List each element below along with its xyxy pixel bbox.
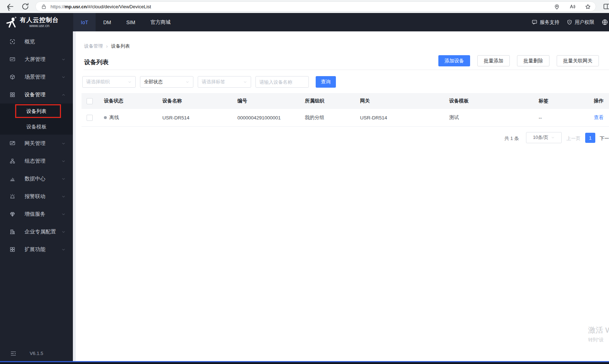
chevron-down-icon xyxy=(61,159,66,163)
gateway-chart-icon xyxy=(9,140,16,146)
sidebar-item-data-center[interactable]: 数据中心 xyxy=(0,170,73,188)
next-page-button[interactable]: 下一页 xyxy=(600,135,609,142)
col-header-tag: 标签 xyxy=(536,98,591,104)
table-header-row: 设备状态 设备名称 编号 所属组织 网关 设备模板 标签 操作 xyxy=(82,93,609,109)
top-nav: IoT DM SIM 官方商城 xyxy=(73,13,178,31)
big-screen-icon xyxy=(9,56,16,62)
device-org-cell: 我的分组 xyxy=(302,114,357,121)
offline-status-dot xyxy=(104,116,107,119)
siren-icon xyxy=(9,193,16,199)
device-status-cell: 离线 xyxy=(101,114,159,121)
device-table: 设备状态 设备名称 编号 所属组织 网关 设备模板 标签 操作 离线 USR-D… xyxy=(82,93,609,127)
sidebar-item-value-added[interactable]: 增值服务 xyxy=(0,205,73,223)
chevron-down-icon xyxy=(61,194,66,199)
favorite-star-icon[interactable] xyxy=(584,3,591,10)
page-title: 设备列表 xyxy=(84,58,109,66)
tag-select[interactable]: 请选择标签 xyxy=(198,76,251,88)
logo-subtitle: www.usr.cn xyxy=(20,23,59,28)
breadcrumb: 设备管理 › 设备列表 xyxy=(84,43,130,49)
sidebar-footer: V6.1.5 xyxy=(0,350,73,358)
page-1-button[interactable]: 1 xyxy=(585,133,595,143)
sidebar-item-alarm-linkage[interactable]: 报警联动 xyxy=(0,188,73,205)
breadcrumb-device-list: 设备列表 xyxy=(111,43,130,49)
sidebar-item-overview[interactable]: 概览 xyxy=(0,33,73,51)
chevron-down-icon xyxy=(61,177,66,181)
page-size-select[interactable]: 10条/页 xyxy=(526,132,562,143)
gem-icon xyxy=(9,211,16,217)
read-aloud-icon[interactable] xyxy=(569,3,576,10)
chevron-up-icon xyxy=(61,93,66,97)
sidebar-item-screen-mgmt[interactable]: 大屏管理 xyxy=(0,51,73,68)
sidebar-item-gateway-mgmt[interactable]: 网关管理 xyxy=(0,135,73,152)
apps-grid-icon xyxy=(9,246,16,253)
browser-toolbar: https://mp.usr.cn/#/cloud/device/ViewDev… xyxy=(0,0,609,13)
sidebar: 概览 大屏管理 场景管理 设备管理 设备列表 设备模板 xyxy=(0,31,73,361)
chevron-down-icon xyxy=(61,75,66,79)
sidebar-item-device-template[interactable]: 设备模板 xyxy=(0,119,73,135)
status-select[interactable]: 全部状态 xyxy=(140,76,193,88)
chevron-down-icon xyxy=(551,136,555,140)
tab-iot[interactable]: IoT xyxy=(73,13,96,31)
sidebar-item-device-mgmt[interactable]: 设备管理 xyxy=(0,86,73,104)
prev-page-button[interactable]: 上一页 xyxy=(566,135,580,142)
usr-person-icon xyxy=(5,16,17,28)
device-code-cell: 0000004291000001 xyxy=(235,115,302,120)
batch-delete-button[interactable]: 批量删除 xyxy=(517,55,549,66)
sidebar-item-enterprise-config[interactable]: 企业专属配置 xyxy=(0,223,73,241)
device-name-input[interactable] xyxy=(255,76,309,88)
sidebar-item-device-list[interactable]: 设备列表 xyxy=(0,104,73,119)
sidebar-item-scada-mgmt[interactable]: 组态管理 xyxy=(0,152,73,170)
activation-watermark: 激活 W 转到“设 xyxy=(588,325,609,343)
device-template-cell: 测试 xyxy=(446,114,536,121)
table-row: 离线 USR-DR514 0000004291000001 我的分组 USR-D… xyxy=(82,109,609,127)
breadcrumb-separator-icon: › xyxy=(106,43,108,49)
screen: https://mp.usr.cn/#/cloud/device/ViewDev… xyxy=(0,0,609,364)
tab-sim[interactable]: SIM xyxy=(119,13,143,31)
logo-title: 有人云控制台 xyxy=(20,17,59,23)
chevron-down-icon xyxy=(128,80,132,84)
col-header-gateway: 网关 xyxy=(357,98,446,104)
building-icon xyxy=(9,229,16,235)
url-text: https://mp.usr.cn/#/cloud/device/ViewDev… xyxy=(51,4,151,9)
batch-add-button[interactable]: 批量添加 xyxy=(477,55,510,66)
user-permissions[interactable]: 用户权限 xyxy=(566,19,594,26)
tab-official-store[interactable]: 官方商城 xyxy=(143,13,178,31)
service-support[interactable]: 服务支持 xyxy=(531,19,559,26)
device-grid-icon xyxy=(9,92,16,98)
action-buttons: 添加设备 批量添加 批量删除 批量关联网关 xyxy=(438,55,599,66)
breadcrumb-device-mgmt[interactable]: 设备管理 xyxy=(84,43,103,49)
shield-icon xyxy=(566,19,573,25)
back-icon[interactable] xyxy=(6,2,14,11)
select-all-checkbox[interactable] xyxy=(87,98,93,104)
col-header-code: 编号 xyxy=(235,98,302,104)
col-header-template: 设备模板 xyxy=(446,98,536,104)
split-screen-icon[interactable] xyxy=(603,3,609,10)
search-button[interactable]: 查询 xyxy=(316,76,336,88)
view-link[interactable]: 查看 xyxy=(594,114,604,121)
org-chart-icon xyxy=(9,158,16,164)
tab-dm[interactable]: DM xyxy=(96,13,119,31)
org-select[interactable]: 请选择组织 xyxy=(82,76,136,88)
scene-cube-icon xyxy=(9,74,16,80)
pagination-total: 共 1 条 xyxy=(504,135,519,142)
chevron-down-icon xyxy=(243,80,247,84)
sidebar-item-scene-mgmt[interactable]: 场景管理 xyxy=(0,68,73,86)
title-divider xyxy=(84,70,609,70)
chevron-down-icon xyxy=(185,80,189,84)
row-checkbox[interactable] xyxy=(87,115,93,121)
chevron-down-icon xyxy=(61,230,66,234)
refresh-icon[interactable] xyxy=(21,2,30,11)
overview-icon xyxy=(9,39,16,45)
address-bar[interactable]: https://mp.usr.cn/#/cloud/device/ViewDev… xyxy=(35,1,596,12)
bar-chart-icon xyxy=(9,176,16,182)
lock-icon xyxy=(41,4,47,10)
add-device-button[interactable]: 添加设备 xyxy=(438,55,470,66)
col-header-actions: 操作 xyxy=(591,98,609,104)
sidebar-item-extensions[interactable]: 扩展功能 xyxy=(0,241,73,258)
collapse-sidebar-icon[interactable] xyxy=(10,350,17,357)
batch-link-gateway-button[interactable]: 批量关联网关 xyxy=(557,55,599,66)
language-globe-icon[interactable] xyxy=(601,19,608,26)
location-icon[interactable] xyxy=(553,3,560,10)
header-right: 服务支持 用户权限 xyxy=(531,13,608,31)
brand-logo[interactable]: 有人云控制台 www.usr.cn xyxy=(5,13,59,31)
